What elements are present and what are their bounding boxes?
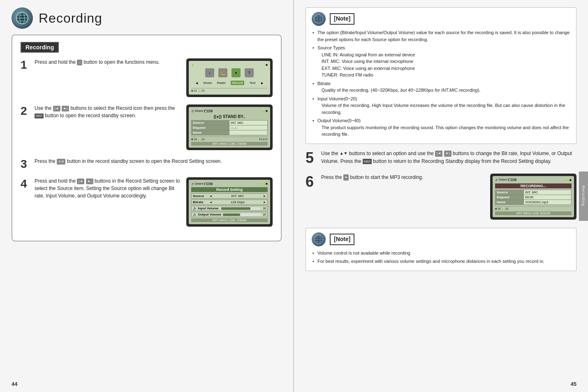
elapsed-value: -:--:-- (229, 125, 267, 130)
ab-btn-icon: A-B (57, 159, 65, 165)
recording-row-source: Source INT. MIC (495, 190, 572, 195)
note-1-list: The option (Bitrate/Input Volume/Output … (312, 29, 570, 138)
device-menu-icons: ♪ 📻 ● T (191, 68, 268, 77)
topbar-left-icons: 🔋 (191, 63, 195, 67)
step-2-content: Use the |◄ ►| buttons to select the Reco… (35, 104, 182, 121)
step-2-number: 2 (21, 105, 30, 117)
recording-storage: ■:16 🔋20 (495, 207, 509, 211)
input-volume-slider (221, 207, 260, 210)
rec-badge2: ■REC (204, 183, 212, 185)
step-2: 2 Use the |◄ ►| buttons to select the Re… (21, 104, 273, 150)
note-bitrate-text: Quality of the recording. (40~320Kbps, b… (317, 87, 570, 94)
standby-row-source: Source INT. MIC (192, 121, 268, 125)
note-source-line4: TUNER: Record FM radio (317, 72, 570, 79)
note-2-icon (312, 232, 326, 246)
step-3-text: Press the A-B button in the record stand… (35, 158, 273, 165)
step-4-content: Press and hold the |◄ ►| buttons in the … (35, 177, 182, 201)
source-row: Source ◄ INT. MIC ► (191, 193, 268, 199)
navi-btn2-icon: NAVI (363, 159, 372, 164)
right-page: [Note] The option (Bitrate/Input Volume/… (294, 0, 588, 392)
recsetting-topbar-left: 🔊Detect ■REC (191, 182, 213, 186)
next-btn2-icon: ►| (86, 179, 93, 184)
note-source-line1: LINE IN: Analog signal from an external … (317, 51, 570, 58)
standby-topbar-left: 🔊Detect ■REC (191, 109, 213, 113)
menu-item-record: Record (231, 81, 245, 85)
step-4: 4 Press and hold the |◄ ►| buttons in th… (21, 177, 273, 227)
standby-topbar: 🔊Detect ■REC 🔋■ (191, 109, 268, 113)
detect-label: 🔊Detect (191, 109, 203, 113)
output-volume-label: 🔈 Output Volume (193, 213, 221, 216)
step-2-text: Use the |◄ ►| buttons to select the Reco… (35, 104, 182, 119)
battery-icon: 🔋 (191, 63, 195, 67)
battery-icon2: 🔋■ (262, 182, 268, 186)
note-1-header: [Note] (312, 12, 570, 26)
rec-source-value: INT. MIC (524, 190, 572, 195)
device-storage-info: ■:16 🔋20 (191, 89, 205, 93)
page-header: Recording (12, 7, 282, 29)
note-2-title: [Note] (330, 234, 354, 245)
step-5-content: Use the ▲▼ buttons to select an option a… (321, 150, 576, 165)
recsetting-format-row: MP3 44KHz 128K 17850M (191, 218, 268, 222)
prev-btn-icon: |◄ (53, 106, 60, 111)
note-source-line2: INT. MIC: Voice using the internal micro… (317, 58, 570, 65)
content-box: Recording 1 Press and hold the ⌂ button … (12, 35, 282, 241)
detect-label2: 🔊Detect (191, 182, 203, 186)
bitrate-left-arrow: ◄ (209, 201, 212, 204)
step-1-text: Press and hold the ⌂ button to open the … (35, 58, 182, 66)
left-page: Recording Recording 1 Press and hold the… (0, 0, 294, 392)
up-arrow-btn: ▲ (340, 150, 344, 157)
input-volume-row: 🔊 Input Volume 16 (191, 206, 268, 211)
device-inner-recording: 🔊Detect ■REC 🔋■ RECORDING... Source INT.… (493, 176, 574, 217)
text-icon-box: T (245, 68, 254, 77)
device-screen-recording: 🔊Detect ■REC 🔋■ RECORDING... Source INT.… (490, 174, 576, 220)
prev-btn2-icon: |◄ (77, 179, 84, 184)
source-value: INT. MIC (229, 121, 267, 125)
page-title: Recording (39, 11, 102, 26)
device-topbar: 🔋 ■ (191, 63, 268, 67)
note-1-title: [Note] (330, 13, 354, 25)
standby-table: Source INT. MIC Elapsed -:--:-- Name (191, 120, 268, 135)
source-row-value: INT. MIC (212, 194, 263, 198)
rec-badge: ■REC (204, 110, 212, 112)
output-volume-value: 20 (263, 213, 266, 216)
device-screen-standby: 🔊Detect ■REC 🔋■ ((●)) STAND BY.. Source … (186, 104, 273, 150)
device-inner-menu: 🔋 ■ ♪ 📻 ● T ◄ Music Rad (189, 61, 270, 95)
note-source-line3: EXT. MIC: Voice using an external microp… (317, 65, 570, 72)
note-2-header: [Note] (312, 232, 570, 246)
step-4-text: Press and hold the |◄ ►| buttons in the … (35, 177, 182, 199)
standby-bottom: ■:16 🔋20 FILES/ (191, 137, 268, 141)
note-output-vol-text: The product supports monitoring of the r… (317, 124, 570, 138)
rec-elapsed-label: Elapsed (495, 195, 524, 199)
record-icon-box: ● (231, 68, 241, 77)
step-3-number: 3 (21, 158, 30, 170)
note-box-2: [Note] Volume control is not available w… (306, 228, 576, 271)
step-4-number: 4 (21, 178, 30, 190)
source-left-arrow: ◄ (209, 195, 212, 197)
note-box-1: [Note] The option (Bitrate/Input Volume/… (306, 7, 576, 144)
note-2-item-1: Volume control is not available while re… (312, 250, 570, 257)
record-setting-title: Record Setting (191, 187, 268, 192)
device-bottom-bar: ■:16 🔋20 (191, 88, 268, 93)
step-1-number: 1 (21, 59, 30, 71)
recording-bottom: ■:16 🔋20 (495, 206, 572, 211)
input-volume-value: 16 (263, 207, 266, 210)
recording-title: RECORDING... (495, 183, 572, 188)
bitrate-row-value: 128 Kbps (212, 200, 263, 204)
battery-icon3: 🔋■ (565, 178, 572, 182)
device-screen-record-setting: 🔊Detect ■REC 🔋■ Record Setting Source ◄ … (186, 177, 273, 227)
home-button-icon: ⌂ (77, 60, 82, 65)
note-1-item-4: Input Volume(0~20) Volume of the recordi… (312, 95, 570, 116)
recording-topbar-left: 🔊Detect ■REC (495, 178, 516, 181)
recording-label: Recording (21, 42, 59, 53)
record-start-btn-icon: ● (343, 174, 349, 181)
note-2-item-2: For best results, experiment with variou… (312, 258, 570, 265)
rec-elapsed-value: 00:00 (524, 195, 572, 199)
note-1-icon (312, 12, 326, 26)
recording-format-row: MP3 48KHz 320K 33320M (495, 211, 572, 215)
device-screen-menu: 🔋 ■ ♪ 📻 ● T ◄ Music Rad (186, 58, 273, 97)
step-3-content: Press the A-B button in the record stand… (35, 158, 273, 166)
device-inner-standby: 🔊Detect ■REC 🔋■ ((●)) STAND BY.. Source … (189, 107, 270, 148)
rec-name-value: VOICE001.mp3 (524, 199, 572, 204)
input-volume-label: 🔊 Input Volume (193, 206, 218, 210)
output-volume-fill (223, 213, 240, 216)
